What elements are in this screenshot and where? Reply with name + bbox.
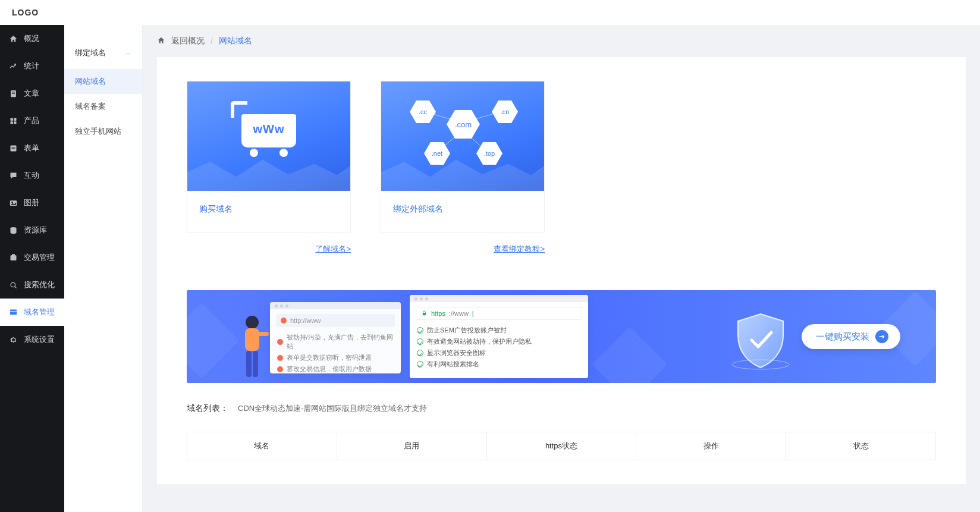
col-domain: 域名 bbox=[187, 432, 337, 460]
sub-item-label: 域名备案 bbox=[75, 102, 106, 111]
sub-item-mobile[interactable]: 独立手机网站 bbox=[64, 119, 142, 144]
sub-item-label: 网站域名 bbox=[75, 77, 106, 86]
sidebar-label: 图册 bbox=[24, 197, 39, 208]
banner-left-item: 篡改交易信息，偷取用户数据 bbox=[287, 365, 372, 373]
person-illustration bbox=[234, 312, 270, 383]
card-buy-domain[interactable]: wWw 购买域名 bbox=[187, 81, 351, 233]
svg-rect-8 bbox=[11, 147, 15, 147]
sidebar-item-overview[interactable]: 概况 bbox=[0, 25, 64, 52]
banner-right-item: 显示浏览器安全图标 bbox=[427, 348, 486, 357]
link-learn-domain[interactable]: 了解域名> bbox=[315, 244, 351, 253]
form-icon bbox=[8, 143, 18, 153]
home-icon bbox=[8, 34, 18, 43]
banner-right-item: 有效避免网站被劫持，保护用户隐私 bbox=[427, 337, 532, 346]
svg-rect-13 bbox=[10, 255, 16, 260]
sidebar-label: 互动 bbox=[24, 170, 39, 181]
col-action: 操作 bbox=[636, 432, 786, 460]
link-bind-tutorial[interactable]: 查看绑定教程> bbox=[494, 244, 545, 253]
banner-right-item: 防止SEM广告投放账户被封 bbox=[427, 326, 507, 335]
svg-rect-21 bbox=[253, 351, 258, 377]
card-title: 购买域名 bbox=[187, 191, 350, 233]
browser-https: https://www| 防止SEM广告投放账户被封 有效避免网站被劫持，保护用… bbox=[410, 295, 588, 378]
shield-icon bbox=[728, 308, 793, 373]
sidebar-label: 产品 bbox=[24, 115, 39, 126]
domain-icon bbox=[8, 307, 18, 317]
card-title: 绑定外部域名 bbox=[381, 191, 544, 233]
sub-group-label: 绑定域名 bbox=[75, 48, 106, 58]
sidebar-label: 表单 bbox=[24, 143, 39, 153]
col-enable: 启用 bbox=[337, 432, 486, 460]
svg-rect-2 bbox=[12, 93, 15, 93]
banner-left-item: 表单提交数据窃听，密码泄露 bbox=[287, 353, 372, 362]
domain-table: 域名 启用 https状态 操作 状态 bbox=[187, 432, 936, 460]
cart-text: wWw bbox=[241, 122, 296, 136]
breadcrumb-current: 网站域名 bbox=[219, 36, 252, 46]
card-bind-domain[interactable]: .cc .com .cn .net .top 绑定外部域名 bbox=[381, 81, 545, 233]
content: wWw 购买域名 了解域名> bbox=[157, 57, 966, 484]
sidebar-item-interact[interactable]: 互动 bbox=[0, 162, 64, 189]
card-illustration-cart: wWw bbox=[187, 81, 350, 191]
sub-item-label: 独立手机网站 bbox=[75, 127, 121, 136]
https-prefix: https bbox=[431, 310, 445, 317]
svg-rect-17 bbox=[10, 311, 16, 312]
svg-rect-3 bbox=[10, 118, 12, 120]
svg-rect-20 bbox=[246, 351, 252, 377]
domain-list-note: CDN全球动态加速-需网站国际版且绑定独立域名才支持 bbox=[238, 403, 428, 414]
album-icon bbox=[8, 198, 18, 208]
svg-rect-1 bbox=[12, 92, 15, 92]
sidebar-label: 概况 bbox=[24, 33, 39, 44]
sidebar-item-album[interactable]: 图册 bbox=[0, 189, 64, 216]
sidebar-item-trade[interactable]: 交易管理 bbox=[0, 244, 64, 271]
cta-label: 一键购买安装 bbox=[816, 331, 869, 343]
svg-point-18 bbox=[246, 316, 259, 329]
cta-install-button[interactable]: 一键购买安装 ➔ bbox=[802, 324, 900, 349]
http-url: http://www bbox=[290, 317, 321, 324]
seo-icon bbox=[8, 280, 18, 290]
domain-list-section: 域名列表： CDN全球动态加速-需网站国际版且绑定独立域名才支持 域名 启用 h… bbox=[187, 403, 936, 460]
svg-rect-16 bbox=[10, 309, 16, 315]
sidebar-label: 统计 bbox=[24, 61, 39, 71]
chat-icon bbox=[8, 171, 18, 180]
banner-left-item: 被劫持/污染，充满广告，去到钓鱼网站 bbox=[287, 333, 394, 351]
lock-icon bbox=[421, 310, 428, 318]
sidebar-item-resource[interactable]: 资源库 bbox=[0, 216, 64, 244]
col-https: https状态 bbox=[486, 432, 636, 460]
sidebar-item-article[interactable]: 文章 bbox=[0, 80, 64, 107]
sidebar-label: 搜索优化 bbox=[24, 279, 55, 290]
main: 返回概况 / 网站域名 wWw bbox=[143, 25, 980, 512]
doc-icon bbox=[8, 89, 18, 98]
sidebar-item-product[interactable]: 产品 bbox=[0, 107, 64, 134]
card-illustration-tld: .cc .com .cn .net .top bbox=[381, 81, 544, 191]
sidebar-label: 系统设置 bbox=[24, 334, 55, 345]
domain-list-title: 域名列表： bbox=[187, 403, 228, 414]
sub-group[interactable]: 绑定域名 ︿ bbox=[64, 42, 142, 69]
sidebar-item-seo[interactable]: 搜索优化 bbox=[0, 271, 64, 299]
sidebar-label: 文章 bbox=[24, 88, 39, 99]
chart-icon bbox=[8, 61, 18, 71]
banner-right-item: 有利网站搜索排名 bbox=[427, 360, 479, 369]
sub-item-beian[interactable]: 域名备案 bbox=[64, 94, 142, 119]
db-icon bbox=[8, 225, 18, 235]
chevron-up-icon: ︿ bbox=[125, 49, 131, 57]
svg-rect-23 bbox=[423, 313, 426, 315]
sub-item-site-domain[interactable]: 网站域名 bbox=[64, 69, 142, 94]
table-header-row: 域名 启用 https状态 操作 状态 bbox=[187, 432, 935, 460]
sidebar-item-domain[interactable]: 域名管理 bbox=[0, 299, 64, 326]
arrow-right-icon: ➔ bbox=[875, 330, 888, 343]
sidebar-item-settings[interactable]: 系统设置 bbox=[0, 326, 64, 353]
sub-sidebar: 绑定域名 ︿ 网站域名 域名备案 独立手机网站 bbox=[64, 25, 143, 512]
browser-http: http://www 被劫持/污染，充满广告，去到钓鱼网站 表单提交数据窃听，密… bbox=[270, 302, 401, 373]
breadcrumb-sep: / bbox=[211, 36, 213, 46]
svg-rect-4 bbox=[14, 118, 16, 120]
sidebar-item-stats[interactable]: 统计 bbox=[0, 52, 64, 80]
sidebar-item-form[interactable]: 表单 bbox=[0, 134, 64, 162]
https-rest: ://www bbox=[449, 310, 469, 317]
svg-rect-22 bbox=[258, 332, 269, 336]
svg-rect-6 bbox=[14, 121, 16, 124]
breadcrumb-back[interactable]: 返回概况 bbox=[171, 36, 205, 46]
svg-rect-9 bbox=[11, 148, 15, 149]
breadcrumb: 返回概况 / 网站域名 bbox=[143, 25, 980, 57]
trade-icon bbox=[8, 253, 18, 262]
col-status: 状态 bbox=[786, 432, 935, 460]
svg-rect-14 bbox=[12, 254, 15, 256]
